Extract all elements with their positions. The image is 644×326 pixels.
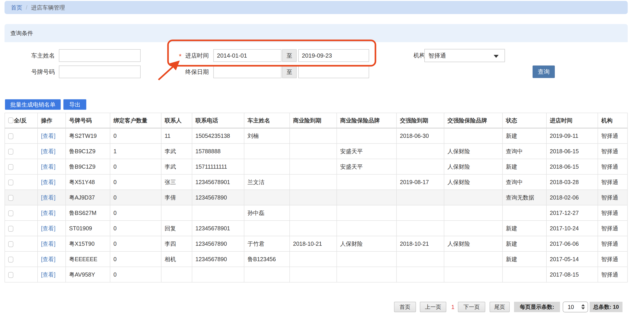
table-cell: 智择通 <box>598 251 628 267</box>
table-cell <box>244 190 290 205</box>
view-link[interactable]: [查看] <box>41 210 56 216</box>
table-cell <box>396 143 444 159</box>
table-cell <box>244 159 290 174</box>
owner-name-label: 车主姓名 <box>18 49 55 62</box>
table-cell: 智择通 <box>598 128 628 143</box>
view-link[interactable]: [查看] <box>41 241 56 247</box>
table-row: [查看]鲁B9C1Z91李武15788888安盛天平人保财险查询中2018-06… <box>5 143 628 159</box>
view-link[interactable]: [查看] <box>41 148 56 154</box>
table-cell: 11 <box>161 128 192 143</box>
view-link[interactable]: [查看] <box>41 225 56 231</box>
checkbox-cell <box>5 205 38 221</box>
select-all-checkbox[interactable] <box>8 117 13 123</box>
batch-generate-telemarketing-button[interactable]: 批量生成电销名单 <box>5 99 61 110</box>
table-cell: 粤X51Y48 <box>66 174 110 190</box>
row-checkbox[interactable] <box>8 257 13 262</box>
table-cell <box>290 267 337 282</box>
entry-time-from-input[interactable] <box>213 49 282 62</box>
row-checkbox[interactable] <box>8 210 13 216</box>
table-cell: 李倩 <box>161 190 192 205</box>
search-button[interactable]: 查询 <box>532 66 555 78</box>
view-link[interactable]: [查看] <box>41 133 56 139</box>
checkbox-cell <box>5 128 38 143</box>
organization-select[interactable]: 智择通 <box>424 49 505 62</box>
table-cell: 0 <box>110 267 161 282</box>
plate-number-input[interactable] <box>59 66 140 78</box>
table-cell: 2017-12-27 <box>546 205 598 221</box>
page-size-select[interactable]: 10 <box>563 301 588 312</box>
table-cell <box>396 267 444 282</box>
table-cell: 2019-09-11 <box>546 128 598 143</box>
organization-label: 机构 <box>405 49 425 62</box>
export-button[interactable]: 导出 <box>64 99 86 110</box>
table-cell <box>161 205 192 221</box>
prev-page-button[interactable]: 上一页 <box>420 302 446 312</box>
breadcrumb-home-link[interactable]: 首页 <box>11 4 22 11</box>
final-insurance-from-input[interactable] <box>213 66 282 78</box>
row-checkbox[interactable] <box>8 164 13 170</box>
table-cell <box>290 221 337 236</box>
table-cell <box>337 128 396 143</box>
checkbox-cell <box>5 251 38 267</box>
table-cell: 张三 <box>161 174 192 190</box>
query-panel: 查询条件 车主姓名 号牌号码 * 进店时间 至 终保日期 至 机构 智择通 查询 <box>4 24 628 89</box>
select-all-label: 全/反 <box>14 117 27 123</box>
action-cell: [查看] <box>38 159 66 174</box>
table-cell <box>396 221 444 236</box>
view-link[interactable]: [查看] <box>41 271 56 278</box>
table-cell <box>444 205 502 221</box>
table-cell: 查询中 <box>502 174 546 190</box>
table-cell: 2018-02-06 <box>546 190 598 205</box>
entry-time-to-input[interactable] <box>298 49 369 62</box>
table-cell <box>192 267 244 282</box>
last-page-button[interactable]: 尾页 <box>490 302 510 312</box>
view-link[interactable]: [查看] <box>41 194 56 201</box>
column-header: 车主姓名 <box>244 113 290 128</box>
first-page-button[interactable]: 首页 <box>394 302 416 312</box>
row-checkbox[interactable] <box>8 241 13 247</box>
table-cell <box>290 174 337 190</box>
table-cell: 0 <box>110 221 161 236</box>
owner-name-input[interactable] <box>59 49 140 62</box>
column-header: 联系人 <box>161 113 192 128</box>
entry-range-separator: 至 <box>282 49 297 62</box>
table-cell: 15054235138 <box>192 128 244 143</box>
row-checkbox[interactable] <box>8 272 13 278</box>
table-cell: 2018-10-21 <box>290 236 337 251</box>
row-checkbox[interactable] <box>8 133 13 139</box>
table-cell <box>502 267 546 282</box>
final-insurance-to-input[interactable] <box>298 66 369 78</box>
action-cell: [查看] <box>38 236 66 251</box>
row-checkbox[interactable] <box>8 149 13 154</box>
action-cell: [查看] <box>38 128 66 143</box>
table-cell: 人保财险 <box>444 236 502 251</box>
view-link[interactable]: [查看] <box>41 179 56 185</box>
view-link[interactable]: [查看] <box>41 164 56 170</box>
vehicle-management-page: 首页 / 进店车辆管理 查询条件 车主姓名 号牌号码 * 进店时间 至 终保日期… <box>0 0 644 326</box>
table-cell: 1234567890 <box>192 190 244 205</box>
table-cell <box>444 190 502 205</box>
row-checkbox[interactable] <box>8 180 13 186</box>
table-cell: 0 <box>110 205 161 221</box>
table-cell <box>444 267 502 282</box>
current-page-indicator: 1 <box>451 304 454 310</box>
table-cell <box>337 221 396 236</box>
action-cell: [查看] <box>38 251 66 267</box>
table-cell: 12345678901 <box>192 174 244 190</box>
column-header: 操作 <box>38 113 66 128</box>
table-cell: 2017-08-15 <box>546 267 598 282</box>
action-cell: [查看] <box>38 205 66 221</box>
page-size-label: 每页显示条数: <box>514 302 560 312</box>
row-checkbox[interactable] <box>8 195 13 201</box>
table-cell: 2018-06-30 <box>396 128 444 143</box>
total-count-label: 总条数: 10 <box>590 302 622 312</box>
column-header: 号牌号码 <box>66 113 110 128</box>
table-row: [查看]鲁BS627M0孙中磊2017-12-27智择通 <box>5 205 628 221</box>
required-asterisk: * <box>179 50 182 63</box>
organization-selected-value: 智择通 <box>428 52 446 59</box>
view-link[interactable]: [查看] <box>41 256 56 262</box>
row-checkbox[interactable] <box>8 226 13 232</box>
checkbox-cell <box>5 174 38 190</box>
next-page-button[interactable]: 下一页 <box>458 302 485 312</box>
table-cell: 于竹君 <box>244 236 290 251</box>
